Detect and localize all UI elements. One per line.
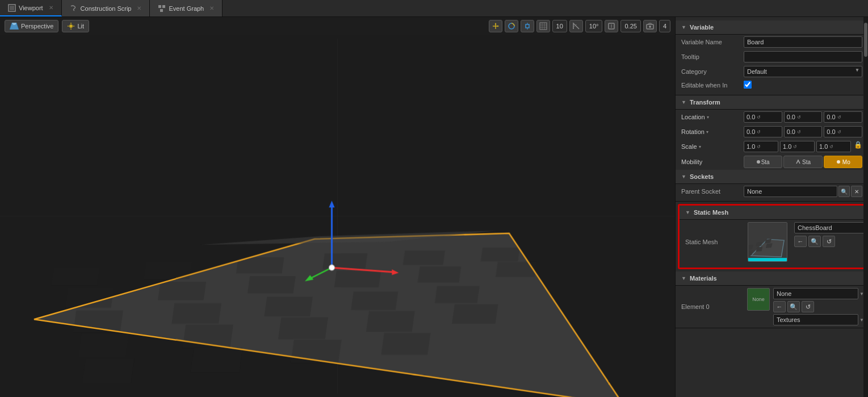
mobility-row: Mobility Sta Sta Mo [676,154,868,170]
scale-z-reset[interactable]: ↺ [829,144,833,149]
location-y[interactable]: 0.0 ↺ [784,111,823,123]
location-x[interactable]: 0.0 ↺ [744,111,782,123]
snap-btn[interactable] [605,20,618,32]
mesh-arrow-btn[interactable]: ← [794,236,807,247]
rotation-x-reset[interactable]: ↺ [757,129,761,135]
svg-marker-14 [494,23,496,24]
material-select-input[interactable] [773,288,858,299]
rotate-btn[interactable] [505,20,518,32]
mesh-thumbnail[interactable] [748,222,787,262]
svg-rect-45 [496,262,536,277]
svg-rect-56 [82,358,134,383]
lit-btn[interactable]: Lit [62,20,89,32]
editable-row: Editable when In [676,79,868,91]
material-none-label: None [752,296,765,302]
scale-label-wrap: Scale ▾ [681,143,744,150]
scale-y[interactable]: 1.0 ↺ [780,141,815,152]
angle-btn[interactable] [569,20,583,32]
scrollbar-track [863,17,868,397]
rotation-arrow[interactable]: ▾ [706,129,708,135]
transform-header[interactable]: ▼ Transform [676,95,868,110]
perspective-dropdown-icon [10,23,19,30]
sun-icon [67,22,75,30]
mesh-prop-label: Static Mesh [685,239,748,245]
variable-header[interactable]: ▼ Variable [676,20,868,35]
location-arrow[interactable]: ▾ [707,115,709,120]
static-mesh-header[interactable]: ▼ Static Mesh [680,206,864,220]
rotation-y[interactable]: 0.0 ↺ [784,126,823,137]
material-search-btn[interactable]: 🔍 [787,301,800,312]
tab-construction-close[interactable]: ✕ [137,5,141,11]
svg-rect-17 [526,24,529,28]
location-x-reset[interactable]: ↺ [757,115,761,120]
rotation-x[interactable]: 0.0 ↺ [744,126,782,137]
mesh-refresh-btn[interactable]: ↺ [823,236,835,247]
editable-checkbox[interactable] [744,81,752,89]
static-mesh-inner: ▼ Static Mesh Static Mesh [680,206,864,268]
mobility-movable-label: Mo [842,159,850,165]
transform-collapse-icon: ▼ [681,99,687,105]
category-select[interactable]: Default [744,66,862,77]
mobility-static-btn[interactable]: Sta [744,156,782,168]
mesh-search-btn[interactable]: 🔍 [808,236,821,247]
tab-event-graph[interactable]: Event Graph ✕ [150,0,223,16]
rotation-z-reset[interactable]: ↺ [837,129,841,135]
scale-x[interactable]: 1.0 ↺ [744,141,778,152]
scale-lock-icon[interactable]: 🔒 [854,141,862,152]
svg-marker-15 [497,26,499,27]
movable-icon [836,159,841,165]
svg-rect-51 [78,333,129,357]
textures-input[interactable] [773,314,858,325]
sockets-header[interactable]: ▼ Sockets [676,170,868,184]
toolbar-right: 10 10° 0.25 [489,20,670,32]
tab-viewport[interactable]: Viewport ✕ [0,0,62,16]
mobility-stationary-btn[interactable]: Sta [783,156,822,168]
scale-y-reset[interactable]: ↺ [793,144,797,149]
rotation-label: Rotation [681,128,705,135]
scene-3d[interactable] [0,35,675,397]
mobility-movable-btn[interactable]: Mo [824,156,862,168]
tooltip-input[interactable] [744,51,862,62]
location-z[interactable]: 0.0 ↺ [824,111,862,123]
tab-event-close[interactable]: ✕ [209,5,214,11]
grid-btn[interactable] [536,20,550,32]
element0-label: Element 0 [681,303,744,310]
svg-rect-40 [65,287,114,307]
location-z-reset[interactable]: ↺ [837,115,841,120]
angle-number[interactable]: 10° [585,20,603,32]
rotation-z[interactable]: 0.0 ↺ [824,126,862,137]
material-thumbnail: None [747,288,770,311]
tab-construction-label: Construction Scrip [81,5,132,12]
snap-number[interactable]: 0.25 [620,20,640,32]
static-mesh-title: Static Mesh [694,209,728,216]
camera-number[interactable]: 4 [659,20,670,32]
scale-btn[interactable] [521,20,534,32]
scale-arrow[interactable]: ▾ [699,144,701,149]
perspective-btn[interactable]: Perspective [5,20,58,32]
variable-collapse-icon: ▼ [681,24,687,30]
socket-search-btn[interactable]: 🔍 [838,186,850,197]
scale-z[interactable]: 1.0 ↺ [816,141,851,152]
variable-name-input[interactable] [744,36,862,48]
editable-label: Editable when In [681,82,744,89]
translate-btn[interactable] [489,20,502,32]
materials-header[interactable]: ▼ Materials [676,271,868,286]
grid-number[interactable]: 10 [552,20,567,32]
socket-clear-btn[interactable]: ✕ [851,186,862,197]
parent-socket-input[interactable] [744,186,837,197]
scale-x-reset[interactable]: ↺ [757,144,761,149]
variable-section: ▼ Variable Variable Name Tooltip Categor… [676,17,868,95]
camera-btn[interactable] [643,20,657,32]
rotation-y-reset[interactable]: ↺ [797,129,801,135]
material-refresh-btn[interactable]: ↺ [802,301,814,312]
location-y-reset[interactable]: ↺ [797,115,801,120]
location-fields: 0.0 ↺ 0.0 ↺ 0.0 ↺ [744,111,862,123]
sockets-title: Sockets [690,173,714,180]
mesh-name-input[interactable] [794,222,868,233]
tab-close[interactable]: ✕ [49,5,53,11]
scrollbar-thumb[interactable] [864,23,867,57]
material-arrow-btn[interactable]: ← [773,301,786,312]
tooltip-row: Tooltip [676,49,868,64]
tab-construction[interactable]: Construction Scrip ✕ [62,0,150,16]
materials-collapse-icon: ▼ [681,275,687,281]
